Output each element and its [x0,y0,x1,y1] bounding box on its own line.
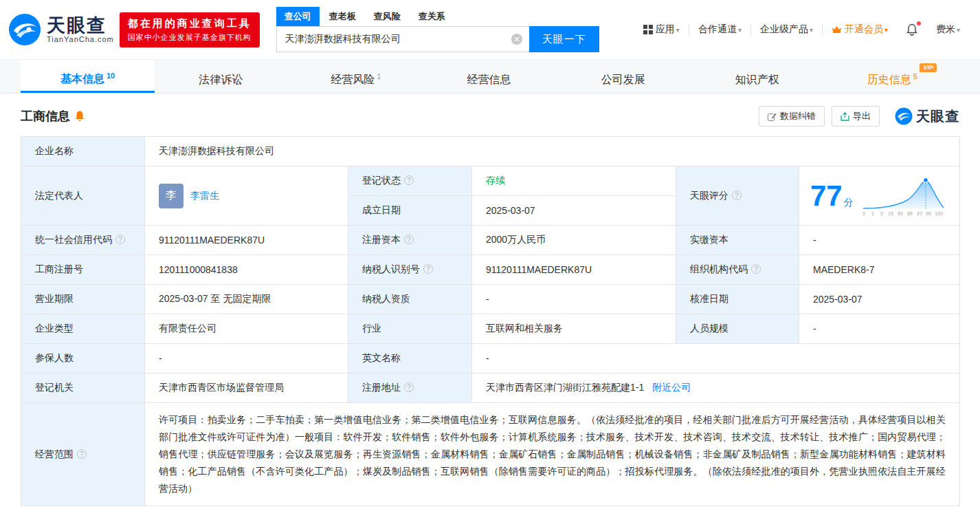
promo-banner: 都在用的商业查询工具 国家中小企业发展子基金旗下机构 [120,12,260,47]
nav-apps[interactable]: 应用 [634,23,689,36]
data-correction-label: 数据纠错 [780,110,816,122]
notification-dot [917,21,921,25]
label-text: 实缴资本 [690,234,728,245]
tab-intellectual-property[interactable]: 知识产权 [691,60,825,93]
tianyancha-logo-icon [8,13,41,46]
table-row: 企业名称 天津澎湃数据科技有限公司 [21,137,960,166]
tab-history-info[interactable]: 历史信息5 VIP [825,60,959,93]
subscribe-bell-icon[interactable] [74,110,85,122]
value-text: 2025-03-07 [486,205,535,216]
field-label-establish-date: 成立日期 [348,196,472,226]
tab-label: 基本信息 [60,73,104,85]
field-value-reg-capital: 2000万人民币 [472,226,676,255]
search-button[interactable]: 天眼一下 [529,26,599,52]
help-icon[interactable] [404,235,414,244]
field-value-company-name: 天津澎湃数据科技有限公司 [145,137,960,166]
nearby-companies-link[interactable]: 附近公司 [652,382,691,393]
tab-label: 知识产权 [735,74,779,85]
tab-label: 历史信息 [867,74,911,85]
svg-text:50: 50 [898,211,903,216]
field-value-score: 77分 0 1 3 15 [799,166,960,226]
legal-rep-link[interactable]: 李雷生 [190,190,219,202]
field-value-establish-date: 2025-03-07 [472,196,676,226]
nav-enterprise-label: 企业级产品 [760,23,813,36]
help-icon[interactable] [751,264,761,274]
help-icon[interactable] [404,175,414,185]
svg-text:100: 100 [935,211,943,216]
tab-basic-info[interactable]: 基本信息10 [21,60,155,93]
field-label-staff-size: 人员规模 [676,314,799,344]
table-row: 统一社会信用代码 91120111MAEDERK87U 注册资本 2000万人民… [21,226,960,255]
field-value-english-name: - [472,344,960,373]
svg-text:0: 0 [862,211,865,216]
search-tab-boss[interactable]: 查老板 [321,7,364,26]
label-text: 核准日期 [690,293,728,304]
label-text: 纳税人识别号 [362,263,420,274]
table-row: 企业类型 有限责任公司 行业 互联网和相关服务 人员规模 - [21,314,960,344]
value-text: 天津市西青区津门湖街江雅苑配建1-1 [486,382,644,393]
export-button[interactable]: 导出 [832,106,880,127]
value-text: - [813,235,816,246]
logo-domain: TianYanCha.com [47,35,114,43]
tab-operation-risk[interactable]: 经营风险1 [289,60,423,93]
help-icon[interactable] [404,382,414,392]
label-text: 工商注册号 [35,263,83,274]
legal-rep-avatar[interactable]: 李 [159,184,183,208]
svg-text:85: 85 [907,211,913,216]
clear-icon[interactable]: ✕ [511,34,522,45]
field-value-taxpayer-id: 91120111MAEDERK87U [472,255,676,285]
search-tab-relation[interactable]: 查关系 [410,7,454,26]
search-tab-company[interactable]: 查公司 [276,7,320,26]
field-value-legal-rep: 李 李雷生 [145,166,348,226]
nav-enterprise-products[interactable]: 企业级产品 [751,23,822,36]
field-label-company-type: 企业类型 [21,314,145,344]
label-text: 统一社会信用代码 [35,234,112,245]
tab-operation-info[interactable]: 经营信息 [423,60,557,93]
label-text: 经营范围 [35,448,74,459]
table-row: 工商注册号 120111000841838 纳税人识别号 91120111MAE… [21,255,960,285]
export-icon [840,112,849,121]
tab-company-development[interactable]: 公司发展 [557,60,691,93]
label-text: 法定代表人 [35,190,83,201]
nav-vip-label: 开通会员 [845,23,888,36]
tab-label: 公司发展 [601,74,645,85]
company-tab-bar: 基本信息10 法律诉讼 经营风险1 经营信息 公司发展 知识产权 历史信息5 V… [0,59,980,94]
field-label-english-name: 英文名称 [348,344,472,373]
business-scope-text: 许可项目：拍卖业务；二手车拍卖；第一类增值电信业务；第二类增值电信业务；互联网信… [159,411,946,497]
data-correction-button[interactable]: 数据纠错 [759,106,825,127]
search-area: 查公司 查老板 查风险 查关系 ✕ 天眼一下 [276,7,599,52]
notification-bell-icon[interactable] [897,23,927,36]
field-label-reg-capital: 注册资本 [348,226,472,255]
tab-label: 经营风险 [331,74,375,85]
field-label-approval-date: 核准日期 [676,285,799,314]
watermark-logo-icon [895,107,913,125]
tab-legal-litigation[interactable]: 法律诉讼 [155,60,289,93]
tab-label: 法律诉讼 [199,74,243,85]
value-text: 互联网和相关服务 [486,323,563,334]
tianyancha-logo[interactable]: 天眼查 TianYanCha.com [8,13,114,46]
top-nav: 应用 合作通道 企业级产品 开通会员 费米 [634,23,969,36]
search-tab-risk[interactable]: 查风险 [366,7,409,26]
nav-cooperation[interactable]: 合作通道 [689,23,750,36]
value-text: 天津市西青区市场监督管理局 [159,382,284,393]
value-text: MAEDERK8-7 [813,264,874,275]
apps-grid-icon [643,25,653,34]
help-icon[interactable] [115,235,125,244]
nav-apps-label: 应用 [656,23,680,36]
svg-text:99: 99 [926,211,931,216]
value-text: 120111000841838 [159,264,238,275]
label-text: 成立日期 [362,204,401,215]
field-label-company-name: 企业名称 [21,137,145,166]
help-icon[interactable] [423,264,433,274]
field-label-taxpayer-qual: 纳税人资质 [348,285,472,314]
label-text: 登记状态 [362,175,401,186]
help-icon[interactable] [732,191,742,200]
help-icon[interactable] [77,449,87,459]
label-text: 营业期限 [35,293,74,304]
tab-count: 10 [107,72,115,80]
search-input[interactable] [276,26,529,52]
field-label-paid-capital: 实缴资本 [676,226,799,255]
nav-vip[interactable]: 开通会员 [823,23,897,36]
section-title: 工商信息 [21,108,70,124]
nav-user[interactable]: 费米 [927,23,969,36]
